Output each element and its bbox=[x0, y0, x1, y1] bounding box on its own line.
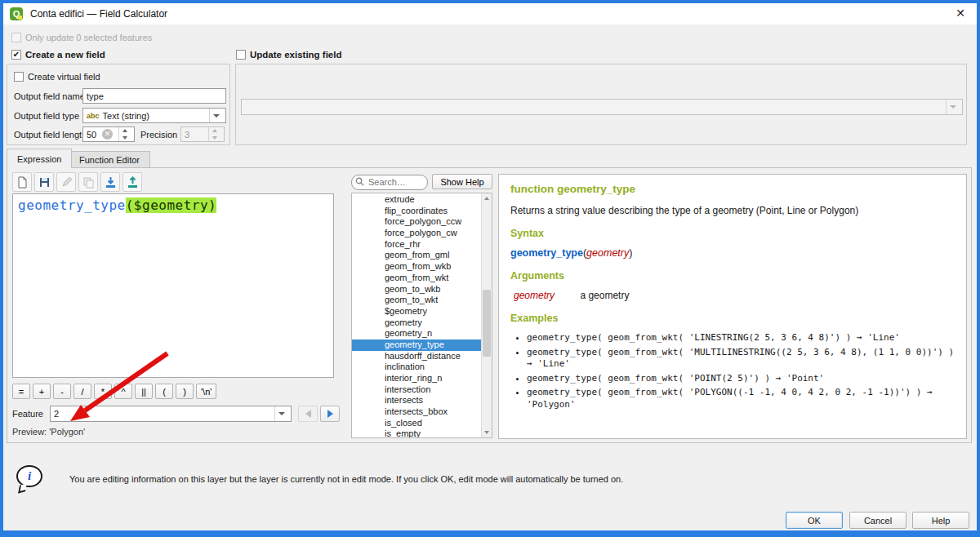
precision-label: Precision bbox=[140, 130, 177, 140]
cancel-button[interactable]: Cancel bbox=[849, 512, 906, 529]
function-list-item[interactable]: geom_to_wkb bbox=[352, 284, 482, 295]
show-help-button[interactable]: Show Help bbox=[432, 174, 492, 189]
example-item: geometry_type( geom_from_wkt( 'MULTILINE… bbox=[527, 347, 955, 371]
function-list-scrollbar[interactable] bbox=[481, 193, 492, 437]
syntax-heading: Syntax bbox=[510, 228, 955, 239]
create-virtual-field-checkbox[interactable]: Create virtual field bbox=[14, 72, 100, 82]
save-expression-icon[interactable] bbox=[34, 172, 54, 192]
function-list-item[interactable]: is_empty bbox=[352, 428, 482, 438]
tab-expression[interactable]: Expression bbox=[7, 149, 72, 168]
info-bubble-icon: i bbox=[16, 465, 42, 487]
precision-spinner: 3 bbox=[180, 126, 225, 142]
output-field-length-label: Output field length bbox=[14, 130, 87, 140]
function-list-item[interactable]: geom_to_wkt bbox=[352, 295, 482, 306]
output-field-name-input[interactable]: type bbox=[82, 88, 226, 104]
function-list-item[interactable]: hausdorff_distance bbox=[352, 351, 482, 362]
preview-label: Preview: bbox=[12, 427, 47, 437]
import-expression-icon[interactable] bbox=[100, 172, 120, 192]
qgis-logo-icon: Q bbox=[10, 7, 23, 20]
expression-highlight-text: ($geometry) bbox=[126, 197, 216, 213]
function-list-item[interactable]: force_rhr bbox=[352, 239, 482, 251]
operator-button[interactable]: = bbox=[12, 384, 30, 399]
operator-button[interactable]: - bbox=[53, 384, 71, 399]
arrow-right-icon bbox=[327, 410, 333, 418]
operator-button[interactable]: ^ bbox=[114, 384, 132, 399]
chevron-down-icon[interactable] bbox=[274, 406, 287, 421]
edit-mode-message: You are editing information on this laye… bbox=[69, 474, 623, 484]
checkbox-box[interactable] bbox=[14, 72, 24, 82]
operator-button[interactable]: || bbox=[135, 384, 153, 399]
example-item: geometry_type( geom_from_wkt( 'POLYGON((… bbox=[527, 387, 955, 411]
new-field-group: Create virtual field Output field name t… bbox=[7, 64, 230, 145]
output-field-type-label: Output field type bbox=[14, 111, 79, 121]
examples-list: geometry_type( geom_from_wkt( 'LINESTRIN… bbox=[515, 332, 955, 411]
function-list-item[interactable]: flip_coordinates bbox=[352, 206, 482, 217]
function-list-items: extrudeflip_coordinatesforce_polygon_ccw… bbox=[352, 194, 482, 438]
export-expression-icon[interactable] bbox=[122, 172, 142, 192]
function-list-item[interactable]: geometry_type bbox=[352, 340, 482, 351]
operator-button[interactable]: / bbox=[74, 384, 91, 399]
existing-field-combo bbox=[241, 99, 963, 115]
spin-arrows-icon[interactable] bbox=[118, 127, 131, 141]
scrollbar-thumb[interactable] bbox=[483, 290, 491, 357]
next-feature-button[interactable] bbox=[320, 406, 340, 422]
operator-button[interactable]: ) bbox=[176, 384, 194, 399]
expression-tab-page: geometry_type($geometry) =+-/*^||()'\n' … bbox=[7, 167, 972, 443]
operator-buttons: =+-/*^||()'\n' bbox=[12, 384, 219, 399]
arguments-heading: Arguments bbox=[510, 270, 955, 282]
expression-editor[interactable]: geometry_type($geometry) bbox=[12, 193, 334, 378]
title-bar: Q Conta edifici — Field Calculator ✕ bbox=[3, 3, 977, 24]
help-button[interactable]: Help bbox=[912, 512, 969, 529]
function-list-item[interactable]: inclination bbox=[352, 362, 482, 373]
ok-button[interactable]: OK bbox=[786, 512, 843, 529]
function-list-item[interactable]: force_polygon_cw bbox=[352, 228, 482, 239]
function-list-item[interactable]: geom_from_wkb bbox=[352, 261, 482, 273]
example-item: geometry_type( geom_from_wkt( 'LINESTRIN… bbox=[527, 332, 955, 344]
scroll-up-icon[interactable] bbox=[482, 193, 492, 203]
new-expression-icon[interactable] bbox=[12, 172, 32, 192]
operator-button[interactable]: + bbox=[33, 384, 51, 399]
function-list[interactable]: extrudeflip_coordinatesforce_polygon_ccw… bbox=[351, 193, 492, 438]
checkbox-box[interactable]: ✔ bbox=[11, 50, 21, 60]
expression-function-text: geometry_type bbox=[18, 197, 126, 213]
output-field-name-label: Output field name bbox=[14, 91, 85, 101]
checkbox-box[interactable] bbox=[236, 50, 246, 60]
function-list-item[interactable]: geometry_n bbox=[352, 328, 482, 340]
function-list-item[interactable]: interior_ring_n bbox=[352, 373, 482, 384]
function-list-item[interactable]: geometry bbox=[352, 317, 482, 329]
function-help-panel: function geometry_type Returns a string … bbox=[498, 174, 967, 439]
function-list-item[interactable]: $geometry bbox=[352, 306, 482, 317]
operator-button[interactable]: '\n' bbox=[196, 384, 216, 399]
previous-feature-button bbox=[298, 406, 318, 422]
update-existing-field-checkbox[interactable]: Update existing field bbox=[236, 50, 341, 60]
create-new-field-checkbox[interactable]: ✔ Create a new field bbox=[11, 50, 105, 60]
function-list-item[interactable]: geom_from_wkt bbox=[352, 273, 482, 284]
syntax-line: geometry_type(geometry) bbox=[510, 247, 955, 259]
function-list-item[interactable]: force_polygon_ccw bbox=[352, 216, 482, 228]
function-list-item[interactable]: intersects_bbox bbox=[352, 406, 482, 418]
function-search bbox=[351, 174, 428, 189]
preview-value: 'Polygon' bbox=[49, 427, 85, 437]
help-description: Returns a string value describing the ty… bbox=[510, 205, 955, 216]
function-list-item[interactable]: geom_from_gml bbox=[352, 250, 482, 261]
tab-function-editor[interactable]: Function Editor bbox=[69, 151, 150, 168]
clear-icon[interactable]: ✕ bbox=[102, 129, 113, 140]
function-list-item[interactable]: is_closed bbox=[352, 418, 482, 429]
search-icon bbox=[355, 177, 364, 186]
close-icon[interactable]: ✕ bbox=[956, 7, 965, 20]
example-item: geometry_type( geom_from_wkt( 'POINT(2 5… bbox=[527, 373, 955, 385]
examples-heading: Examples bbox=[510, 313, 955, 324]
output-field-length-spinner[interactable]: 50 ✕ bbox=[82, 126, 135, 142]
operator-button[interactable]: * bbox=[94, 384, 112, 399]
scroll-down-icon[interactable] bbox=[482, 428, 492, 437]
function-list-item[interactable]: intersection bbox=[352, 384, 482, 396]
operator-button[interactable]: ( bbox=[155, 384, 173, 399]
function-list-item[interactable]: intersects bbox=[352, 395, 482, 406]
output-field-type-combo[interactable]: abc Text (string) bbox=[82, 108, 226, 123]
window-title: Conta edifici — Field Calculator bbox=[30, 8, 167, 20]
function-list-item[interactable]: extrude bbox=[352, 194, 482, 206]
chevron-down-icon[interactable] bbox=[209, 109, 222, 122]
chevron-down-icon bbox=[946, 100, 959, 114]
argument-description: a geometry bbox=[580, 290, 629, 301]
feature-combo[interactable]: 2 bbox=[50, 406, 292, 422]
